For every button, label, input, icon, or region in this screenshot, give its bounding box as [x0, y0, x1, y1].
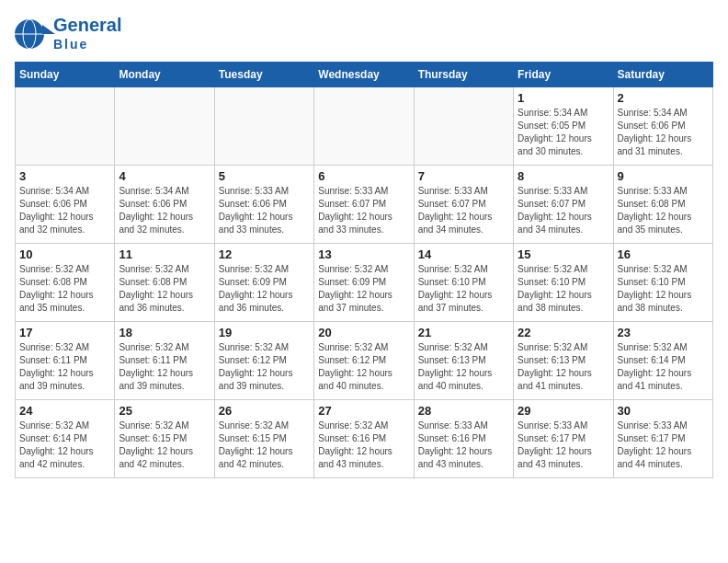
day-info: Sunrise: 5:32 AM Sunset: 6:15 PM Dayligh… [219, 419, 310, 471]
calendar-day-cell: 25Sunrise: 5:32 AM Sunset: 6:15 PM Dayli… [115, 400, 214, 478]
day-info: Sunrise: 5:33 AM Sunset: 6:16 PM Dayligh… [418, 419, 509, 471]
calendar-day-cell [16, 87, 115, 166]
day-info: Sunrise: 5:33 AM Sunset: 6:07 PM Dayligh… [518, 185, 609, 236]
calendar-header-cell: Thursday [414, 63, 513, 87]
day-info: Sunrise: 5:32 AM Sunset: 6:16 PM Dayligh… [318, 419, 409, 471]
day-info: Sunrise: 5:32 AM Sunset: 6:10 PM Dayligh… [618, 263, 709, 315]
calendar-day-cell: 5Sunrise: 5:33 AM Sunset: 6:06 PM Daylig… [214, 166, 313, 244]
day-info: Sunrise: 5:32 AM Sunset: 6:10 PM Dayligh… [418, 263, 509, 315]
calendar-day-cell [414, 87, 513, 166]
day-number: 16 [618, 247, 709, 261]
day-info: Sunrise: 5:33 AM Sunset: 6:17 PM Dayligh… [518, 419, 609, 471]
calendar-day-cell [314, 87, 414, 166]
calendar-table: SundayMondayTuesdayWednesdayThursdayFrid… [15, 62, 713, 478]
day-number: 1 [518, 91, 609, 105]
day-info: Sunrise: 5:33 AM Sunset: 6:06 PM Dayligh… [219, 185, 310, 236]
day-info: Sunrise: 5:33 AM Sunset: 6:08 PM Dayligh… [618, 185, 709, 236]
day-number: 28 [418, 404, 509, 418]
day-number: 21 [418, 326, 509, 339]
day-number: 27 [318, 404, 409, 418]
calendar-week-row: 10Sunrise: 5:32 AM Sunset: 6:08 PM Dayli… [16, 244, 713, 322]
calendar-day-cell: 11Sunrise: 5:32 AM Sunset: 6:08 PM Dayli… [115, 244, 214, 322]
calendar-header-cell: Monday [115, 63, 214, 87]
svg-marker-3 [42, 25, 55, 34]
day-info: Sunrise: 5:34 AM Sunset: 6:05 PM Dayligh… [518, 107, 609, 158]
day-number: 13 [318, 247, 409, 261]
day-number: 5 [219, 169, 310, 183]
calendar-week-row: 1Sunrise: 5:34 AM Sunset: 6:05 PM Daylig… [16, 87, 713, 166]
day-number: 20 [318, 326, 409, 339]
day-info: Sunrise: 5:33 AM Sunset: 6:17 PM Dayligh… [618, 419, 709, 471]
day-number: 12 [219, 247, 310, 261]
calendar-week-row: 24Sunrise: 5:32 AM Sunset: 6:14 PM Dayli… [16, 400, 713, 478]
day-info: Sunrise: 5:32 AM Sunset: 6:14 PM Dayligh… [618, 341, 709, 393]
calendar-body: 1Sunrise: 5:34 AM Sunset: 6:05 PM Daylig… [16, 87, 713, 478]
calendar-day-cell: 7Sunrise: 5:33 AM Sunset: 6:07 PM Daylig… [414, 166, 513, 244]
day-info: Sunrise: 5:32 AM Sunset: 6:10 PM Dayligh… [518, 263, 609, 315]
calendar-day-cell [214, 87, 313, 166]
calendar-day-cell: 17Sunrise: 5:32 AM Sunset: 6:11 PM Dayli… [16, 322, 115, 400]
day-number: 23 [618, 326, 709, 339]
calendar-day-cell: 15Sunrise: 5:32 AM Sunset: 6:10 PM Dayli… [514, 244, 613, 322]
day-number: 18 [119, 326, 210, 339]
day-number: 17 [19, 326, 110, 339]
day-number: 4 [119, 169, 210, 183]
calendar-day-cell: 13Sunrise: 5:32 AM Sunset: 6:09 PM Dayli… [314, 244, 414, 322]
day-info: Sunrise: 5:32 AM Sunset: 6:14 PM Dayligh… [19, 419, 110, 471]
calendar-day-cell: 21Sunrise: 5:32 AM Sunset: 6:13 PM Dayli… [414, 322, 513, 400]
calendar-header-cell: Wednesday [314, 63, 414, 87]
day-info: Sunrise: 5:32 AM Sunset: 6:15 PM Dayligh… [119, 419, 210, 471]
page-header: General Blue [15, 15, 713, 52]
calendar-header-cell: Friday [514, 63, 613, 87]
day-number: 29 [518, 404, 609, 418]
calendar-day-cell: 16Sunrise: 5:32 AM Sunset: 6:10 PM Dayli… [613, 244, 712, 322]
day-info: Sunrise: 5:34 AM Sunset: 6:06 PM Dayligh… [618, 107, 709, 158]
calendar-header: SundayMondayTuesdayWednesdayThursdayFrid… [16, 63, 713, 87]
day-number: 10 [19, 247, 110, 261]
calendar-day-cell: 4Sunrise: 5:34 AM Sunset: 6:06 PM Daylig… [115, 166, 214, 244]
day-info: Sunrise: 5:32 AM Sunset: 6:13 PM Dayligh… [418, 341, 509, 393]
day-number: 30 [618, 404, 709, 418]
calendar-week-row: 17Sunrise: 5:32 AM Sunset: 6:11 PM Dayli… [16, 322, 713, 400]
day-number: 8 [518, 169, 609, 183]
day-number: 19 [219, 326, 310, 339]
calendar-week-row: 3Sunrise: 5:34 AM Sunset: 6:06 PM Daylig… [16, 166, 713, 244]
day-info: Sunrise: 5:32 AM Sunset: 6:12 PM Dayligh… [219, 341, 310, 393]
calendar-day-cell: 2Sunrise: 5:34 AM Sunset: 6:06 PM Daylig… [613, 87, 712, 166]
calendar-header-cell: Sunday [16, 63, 115, 87]
calendar-header-cell: Saturday [613, 63, 712, 87]
calendar-day-cell: 29Sunrise: 5:33 AM Sunset: 6:17 PM Dayli… [514, 400, 613, 478]
day-info: Sunrise: 5:32 AM Sunset: 6:12 PM Dayligh… [318, 341, 409, 393]
day-number: 22 [518, 326, 609, 339]
day-info: Sunrise: 5:32 AM Sunset: 6:09 PM Dayligh… [219, 263, 310, 315]
day-info: Sunrise: 5:32 AM Sunset: 6:08 PM Dayligh… [19, 263, 110, 315]
day-number: 15 [518, 247, 609, 261]
day-number: 6 [318, 169, 409, 183]
calendar-day-cell: 28Sunrise: 5:33 AM Sunset: 6:16 PM Dayli… [414, 400, 513, 478]
day-info: Sunrise: 5:33 AM Sunset: 6:07 PM Dayligh… [318, 185, 409, 236]
calendar-day-cell: 24Sunrise: 5:32 AM Sunset: 6:14 PM Dayli… [16, 400, 115, 478]
logo-text: General Blue [53, 15, 121, 52]
calendar-header-cell: Tuesday [214, 63, 313, 87]
day-number: 7 [418, 169, 509, 183]
logo: General Blue [15, 15, 121, 52]
day-info: Sunrise: 5:32 AM Sunset: 6:11 PM Dayligh… [19, 341, 110, 393]
calendar-day-cell: 14Sunrise: 5:32 AM Sunset: 6:10 PM Dayli… [414, 244, 513, 322]
day-number: 25 [119, 404, 210, 418]
calendar-day-cell: 1Sunrise: 5:34 AM Sunset: 6:05 PM Daylig… [514, 87, 613, 166]
calendar-day-cell: 27Sunrise: 5:32 AM Sunset: 6:16 PM Dayli… [314, 400, 414, 478]
calendar-day-cell: 9Sunrise: 5:33 AM Sunset: 6:08 PM Daylig… [613, 166, 712, 244]
day-info: Sunrise: 5:34 AM Sunset: 6:06 PM Dayligh… [19, 185, 110, 236]
calendar-day-cell: 8Sunrise: 5:33 AM Sunset: 6:07 PM Daylig… [514, 166, 613, 244]
day-info: Sunrise: 5:34 AM Sunset: 6:06 PM Dayligh… [119, 185, 210, 236]
calendar-day-cell: 20Sunrise: 5:32 AM Sunset: 6:12 PM Dayli… [314, 322, 414, 400]
day-number: 11 [119, 247, 210, 261]
day-info: Sunrise: 5:33 AM Sunset: 6:07 PM Dayligh… [418, 185, 509, 236]
logo-icon [15, 17, 48, 51]
calendar-day-cell: 10Sunrise: 5:32 AM Sunset: 6:08 PM Dayli… [16, 244, 115, 322]
day-info: Sunrise: 5:32 AM Sunset: 6:11 PM Dayligh… [119, 341, 210, 393]
calendar-day-cell: 22Sunrise: 5:32 AM Sunset: 6:13 PM Dayli… [514, 322, 613, 400]
calendar-day-cell: 23Sunrise: 5:32 AM Sunset: 6:14 PM Dayli… [613, 322, 712, 400]
day-number: 26 [219, 404, 310, 418]
day-number: 24 [19, 404, 110, 418]
